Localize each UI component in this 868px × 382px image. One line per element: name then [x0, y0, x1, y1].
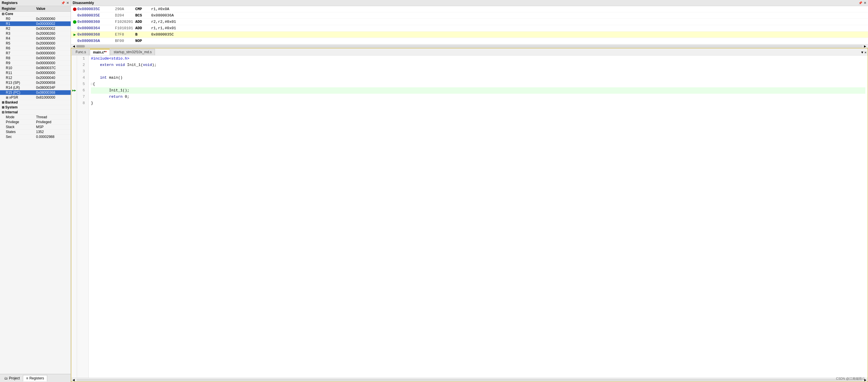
tab-list-icon[interactable]: ▼: [861, 50, 863, 55]
editor-code-area[interactable]: #include<stdio.h> extern void Init_1(voi…: [89, 56, 868, 378]
code-line: #include<stdio.h>: [91, 56, 865, 62]
disasm-mnemonic: NOP: [135, 39, 151, 43]
registers-icon: ≡: [26, 376, 28, 380]
collapse-icon[interactable]: ⊟: [2, 12, 5, 15]
code-line: □{: [91, 81, 865, 87]
expand-icon[interactable]: ⊞: [6, 96, 9, 99]
registers-title-controls: 📌 ✕: [61, 1, 69, 5]
register-value: MSP: [34, 125, 71, 130]
disasm-row[interactable]: ▶0x08000368 E7F8 B 0x0800035C: [71, 32, 868, 38]
register-value: Thread: [34, 115, 71, 120]
line-number: 1: [79, 56, 87, 62]
bottom-tabs: 🗂 Project ≡ Registers: [0, 374, 71, 382]
registers-title-bar: Registers 📌 ✕: [0, 0, 71, 6]
register-value: 0x00000000: [34, 51, 71, 56]
expand-icon[interactable]: ⊞: [2, 106, 5, 109]
disassembly-title-label: Disassembly: [73, 1, 94, 5]
line-number: 8: [79, 100, 87, 106]
editor-tab-startup-stm32f10x-md-s[interactable]: startup_stm32f10x_md.s: [110, 49, 155, 55]
register-value: 0x00000000: [34, 71, 71, 75]
disassembly-close-icon[interactable]: ✕: [864, 1, 866, 5]
disasm-hex: 290A: [115, 7, 135, 11]
editor-tab-Func-s[interactable]: Func.s: [72, 49, 89, 55]
close-icon[interactable]: ✕: [66, 1, 69, 5]
disasm-mnemonic: CMP: [135, 7, 151, 11]
editor-content[interactable]: ▶▶ 12345678 #include<stdio.h> extern voi…: [71, 56, 868, 378]
code-scroll-left-icon[interactable]: ◀: [71, 378, 76, 382]
register-value: 0x00000000: [34, 46, 71, 51]
project-icon: 🗂: [4, 376, 8, 380]
expand-icon[interactable]: ⊞: [2, 101, 5, 104]
registers-table-container[interactable]: Register Value ⊟ CoreR00x20000060R10x000…: [0, 6, 71, 374]
register-label: R6: [0, 46, 34, 51]
editor-margin-line: [71, 75, 77, 81]
code-line: Init_1();: [91, 87, 865, 94]
pc-arrow-icon: ▶: [73, 32, 76, 37]
register-label: ⊞ xPSR: [0, 95, 34, 100]
disasm-row[interactable]: 0x0800035E D204 BCS 0x0800036A: [71, 12, 868, 19]
exec-point-icon: [73, 20, 76, 24]
fold-icon[interactable]: □: [91, 81, 93, 87]
line-number: 5: [79, 81, 87, 87]
register-label: Mode: [0, 115, 34, 120]
disasm-row[interactable]: 0x08000364 F1010101 ADD r1,r1,#0x01: [71, 25, 868, 32]
tab-registers-label: Registers: [29, 376, 44, 380]
h-scrollbar[interactable]: [76, 45, 863, 47]
register-label: ⊟ Core: [0, 11, 34, 16]
editor-tabs-left: Func.smain.c*startup_stm32f10x_md.s: [72, 49, 156, 55]
disasm-mnemonic: B: [135, 32, 151, 37]
registers-panel: Registers 📌 ✕ Register Value ⊟ CoreR00x2…: [0, 0, 71, 382]
register-value: [34, 11, 71, 16]
editor-left-margin: ▶▶: [71, 56, 77, 378]
editor-margin-line: [71, 81, 77, 87]
tab-project[interactable]: 🗂 Project: [1, 375, 23, 381]
attribution-label: CSDN @江南烟雨公: [836, 377, 865, 381]
editor-bottom-bar[interactable]: ◀ ▶: [71, 378, 868, 382]
disasm-operands: r1,r1,#0x01: [151, 26, 176, 30]
register-value: 0x00000000: [34, 56, 71, 61]
code-line: int main(): [91, 75, 865, 81]
registers-table: Register Value ⊟ CoreR00x20000060R10x000…: [0, 6, 71, 139]
register-label: ⊟ Internal: [0, 110, 34, 115]
disasm-marker: ▶: [72, 32, 77, 37]
register-value: 0x08000368: [34, 90, 71, 95]
disasm-row[interactable]: 0x0800036A BF00 NOP: [71, 38, 868, 44]
disasm-row[interactable]: 0x0800035C 290A CMP r1,#0x0A: [71, 6, 868, 12]
pin-icon[interactable]: 📌: [61, 1, 65, 5]
line-number: 6: [79, 87, 87, 94]
disasm-row[interactable]: 0x08000360 F1020201 ADD r2,r2,#0x01: [71, 19, 868, 25]
breakpoint-icon: [73, 7, 76, 11]
disasm-mnemonic: ADD: [135, 20, 151, 24]
col-value: Value: [34, 6, 71, 11]
register-label: Privilege: [0, 120, 34, 125]
disasm-address: 0x0800035E: [77, 13, 115, 18]
editor-tabs: Func.smain.c*startup_stm32f10x_md.s ▼ ✕: [71, 48, 868, 56]
register-value: 0x00000000: [34, 61, 71, 66]
code-line: extern void Init_1(void);: [91, 62, 865, 68]
disassembly-pin-icon[interactable]: 📌: [859, 1, 863, 5]
editor-close-icon[interactable]: ✕: [865, 50, 867, 55]
registers-panel-title: Registers: [2, 1, 18, 5]
disasm-operands: 0x0800036A: [151, 13, 174, 18]
register-label: Stack: [0, 125, 34, 130]
editor-tab-main-c[interactable]: main.c*: [90, 49, 110, 55]
tab-registers[interactable]: ≡ Registers: [23, 375, 47, 381]
code-h-scrollbar[interactable]: [76, 379, 863, 381]
line-number: 4: [79, 75, 87, 81]
disasm-marker: [72, 20, 77, 24]
right-panel: Disassembly 📌 ✕ 0x0800035C 290A CMP r1,#…: [71, 0, 868, 382]
register-label: R15 (PC): [0, 90, 34, 95]
disassembly-scrollbar[interactable]: ◀ ▶: [71, 44, 868, 48]
register-value: 0x20000040: [34, 75, 71, 80]
disasm-hex: E7F8: [115, 32, 135, 37]
register-value: 0.00002988: [34, 135, 71, 139]
register-value: 0x81000000: [34, 95, 71, 100]
register-value: 0x0800037C: [34, 66, 71, 71]
editor-gutter: 12345678: [77, 56, 89, 378]
collapse-icon[interactable]: ⊟: [2, 110, 5, 114]
disassembly-content[interactable]: 0x0800035C 290A CMP r1,#0x0A0x0800035E D…: [71, 6, 868, 44]
register-label: Sec: [0, 135, 34, 139]
col-register: Register: [0, 6, 34, 11]
line-number: 3: [79, 68, 87, 75]
disasm-address: 0x0800035C: [77, 7, 115, 11]
